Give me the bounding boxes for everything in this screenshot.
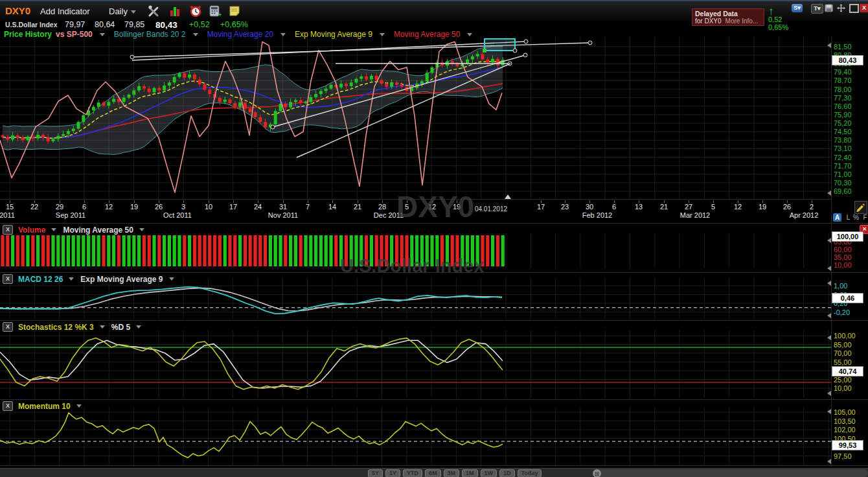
timeframe-button-1w[interactable]: 1W: [481, 469, 497, 477]
current-value-box-macd: 0,46: [832, 293, 863, 303]
date-tick-label: 6: [82, 203, 86, 211]
scrollbar-grip[interactable]: |||: [593, 469, 601, 477]
period-dropdown[interactable]: Daily: [109, 6, 136, 16]
date-tick-label: 29: [56, 203, 63, 211]
axis-scroll-arrow-icon[interactable]: [827, 266, 831, 271]
axis-mode-button-%[interactable]: %: [852, 213, 860, 222]
axis-scroll-arrow-icon[interactable]: [827, 281, 831, 286]
date-tick-label: 15: [6, 203, 14, 211]
legend-item-1[interactable]: Bollinger Bands 20 2: [114, 30, 198, 39]
close-panel-button[interactable]: X: [3, 225, 13, 235]
close-icon[interactable]: X: [860, 4, 868, 12]
legend-item-0[interactable]: Price Historyvs SP-500: [4, 30, 105, 39]
legend-label: Moving Average 50: [394, 30, 461, 39]
axis-scroll-arrow-icon[interactable]: [827, 409, 831, 414]
date-tick-label: 31: [279, 203, 287, 211]
bottom-scrollbar[interactable]: 5Y1YYTD6M3M1M1W1DToday |||: [0, 468, 868, 477]
stochastics-k-line: [0, 338, 503, 390]
axis-scroll-arrow-icon[interactable]: [827, 43, 831, 48]
legend-item-3[interactable]: Exp Moving Average 9: [295, 30, 385, 39]
axis-label: 97,50: [834, 452, 867, 460]
timeframe-button-3m[interactable]: 3M: [444, 469, 460, 477]
current-value-box-momentum: 99,53: [832, 440, 863, 450]
quote-high: 80,64: [95, 20, 115, 29]
indicator-label[interactable]: MACD 12 26: [18, 275, 63, 284]
axis-mode-button-f[interactable]: F: [861, 213, 868, 222]
draw-tool-button[interactable]: [854, 201, 867, 214]
chevron-down-icon: [69, 277, 74, 281]
panel-separator: [0, 272, 868, 273]
timeframe-button-1d[interactable]: 1D: [499, 469, 515, 477]
axis-scroll-arrow-icon[interactable]: [827, 238, 831, 243]
chevron-down-icon: [100, 325, 105, 329]
text-tool-button[interactable]: T▾: [811, 4, 823, 14]
date-tick-label: 12: [428, 203, 436, 211]
maximize-icon[interactable]: [849, 4, 859, 13]
chevron-down-icon: [100, 33, 105, 36]
indicator-label[interactable]: Moving Average 50: [63, 226, 133, 235]
volume-chart-canvas[interactable]: [0, 233, 832, 268]
close-panel-button[interactable]: X: [3, 322, 13, 332]
chevron-down-icon: [131, 10, 136, 14]
quote-change-percent: +0,65%: [220, 20, 248, 29]
up-arrow-icon: ↑: [768, 8, 774, 16]
bar-chart-icon[interactable]: [168, 5, 181, 17]
sp500-comparison-line: [0, 42, 502, 192]
panel-header-momentum: XMomentum 10: [3, 401, 88, 411]
date-tick-label: 17: [537, 203, 545, 211]
delayed-data-title: Delayed Data: [695, 10, 761, 17]
legend-label: Price History: [4, 30, 52, 39]
timeframe-button-6m[interactable]: 6M: [425, 469, 441, 477]
indicator-label[interactable]: Exp Moving Average 9: [80, 275, 163, 284]
legend-item-4[interactable]: Moving Average 50: [394, 30, 473, 39]
symbol-label: DXY0: [5, 5, 30, 16]
charting-application-window: DXY0 Add Indicator Daily + Delayed Data …: [0, 0, 868, 477]
alarm-clock-icon[interactable]: [189, 5, 202, 17]
add-indicator-button[interactable]: Add Indicator: [40, 6, 90, 16]
calculator-icon[interactable]: +: [209, 5, 222, 17]
close-panel-button[interactable]: X: [3, 401, 13, 411]
timeframe-button-ytd[interactable]: YTD: [403, 469, 422, 477]
legend-item-2[interactable]: Moving Average 20: [207, 30, 286, 39]
selection-rectangle-annotation[interactable]: [483, 39, 517, 52]
timeframe-button-5y[interactable]: 5Y: [368, 469, 383, 477]
indicator-label[interactable]: Momentum 10: [18, 402, 71, 411]
axis-label: 60,00: [834, 246, 867, 253]
axis-label: 25,00: [834, 376, 867, 384]
momentum-chart-canvas[interactable]: [0, 407, 832, 465]
panel-header-macd: XMACD 12 26Exp Moving Average 9: [3, 274, 181, 284]
indicator-label[interactable]: Stochastics 12 %K 3: [18, 323, 94, 332]
axis-scroll-arrow-icon[interactable]: [827, 313, 831, 318]
axis-scroll-arrow-icon[interactable]: [827, 459, 831, 464]
price-panel-legend: Price Historyvs SP-500Bollinger Bands 20…: [4, 30, 481, 40]
scrollbar-thumb[interactable]: [593, 469, 868, 477]
indicator-label[interactable]: Volume: [18, 226, 45, 235]
timeframe-button-1m[interactable]: 1M: [462, 469, 478, 477]
price-chart-canvas[interactable]: [0, 36, 832, 200]
timeframe-button-today[interactable]: Today: [518, 469, 542, 477]
move-icon[interactable]: [836, 4, 846, 12]
date-tick-label: 26: [155, 203, 163, 211]
axis-scroll-arrow-icon[interactable]: [827, 335, 831, 340]
current-date-marker-icon: [505, 194, 511, 199]
timeframe-button-1y[interactable]: 1Y: [385, 469, 400, 477]
quote-last: 80,43: [155, 20, 177, 30]
date-tick-label: 7: [306, 203, 310, 211]
axis-label: 1,00: [834, 282, 867, 290]
indicator-label[interactable]: %D 5: [111, 323, 130, 332]
quote-row: U.S.Dollar Index 79,97 80,64 79,85 80,43…: [0, 20, 868, 30]
date-tick-label: 24: [254, 203, 262, 211]
date-tick-label: 19: [759, 203, 766, 211]
snapshot-tool-button[interactable]: S▾: [792, 4, 803, 12]
settings-tools-icon[interactable]: [148, 5, 161, 17]
notes-icon[interactable]: [228, 5, 241, 17]
stochastics-chart-canvas[interactable]: [0, 331, 832, 398]
axis-scroll-arrow-icon[interactable]: [827, 191, 831, 196]
close-panel-button[interactable]: X: [3, 274, 13, 284]
save-icon[interactable]: [824, 4, 834, 12]
axis-mode-button-a[interactable]: A: [833, 213, 841, 222]
axis-label: 81,50: [834, 43, 867, 51]
current-value-box-volume: 100,00: [832, 231, 863, 242]
legend-label: vs SP-500: [56, 30, 93, 39]
axis-scroll-arrow-icon[interactable]: [827, 391, 831, 396]
